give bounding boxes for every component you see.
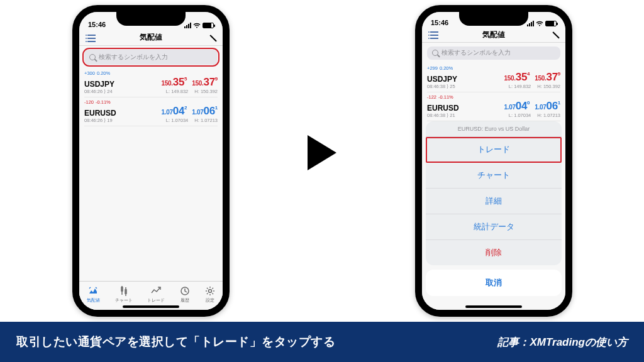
price-change: +299 (427, 65, 438, 71)
low-label: L: 149.832 (166, 89, 188, 94)
phone-right: 15:46 気配値 検索するシンボルを入力 +2990.20%USDJPY08:… (415, 5, 572, 317)
navbar-title: 気配値 (422, 30, 565, 40)
tab-label: 履歴 (180, 297, 189, 304)
tab-history[interactable]: 履歴 (180, 286, 190, 304)
status-time: 15:46 (88, 21, 106, 28)
search-placeholder: 検索するシンボルを入力 (99, 53, 168, 62)
high-label: H: 150.392 (537, 84, 560, 89)
caption-aside: 記事：XMTradingの使い方 (497, 335, 628, 349)
notch (459, 12, 528, 26)
high-label: H: 150.392 (194, 89, 218, 94)
tab-settings[interactable]: 設定 (205, 286, 215, 304)
quote-timestamp: 08:46:38 ⟩ 21 (427, 112, 459, 118)
home-indicator (123, 305, 179, 308)
search-icon (89, 54, 96, 60)
symbol-label: EURUSD (427, 104, 459, 112)
ask-price: 1.07061 (535, 100, 560, 112)
price-change: -122 (427, 94, 436, 100)
caption-text: 取引したい通貨ペアを選択して「トレード」をタップする (16, 334, 335, 350)
wifi-icon (536, 21, 543, 26)
price-change: +300 (84, 70, 95, 76)
ask-price: 1.07061 (192, 105, 218, 118)
symbol-label: EURUSD (84, 109, 116, 118)
tab-label: 設定 (206, 297, 214, 304)
symbol-search-input[interactable]: 検索するシンボルを入力 (427, 47, 560, 60)
quote-list: +2990.20%USDJPY08:46:38 ⟩ 25150.354150.3… (422, 63, 565, 121)
navbar-title: 気配値 (79, 32, 223, 43)
status-time: 15:46 (431, 19, 448, 26)
price-change-pct: -0.11% (96, 99, 111, 105)
low-label: L: 1.07034 (509, 112, 531, 118)
edit-icon[interactable] (208, 33, 216, 42)
symbol-search-input[interactable]: 検索するシンボルを入力 (84, 50, 218, 65)
quote-row-eurusd[interactable]: -120-0.11%EURUSD08:46:26 ⟩ 191.070421.07… (84, 97, 218, 126)
price-change-pct: -0.11% (438, 94, 453, 100)
battery-icon (203, 23, 214, 28)
price-change-pct: 0.20% (440, 65, 453, 71)
sheet-item-chart[interactable]: チャート (426, 163, 562, 189)
price-change-pct: 0.20% (97, 70, 110, 76)
list-view-icon[interactable] (86, 33, 96, 43)
edit-icon[interactable] (550, 30, 559, 39)
ask-price: 150.379 (192, 76, 218, 89)
wifi-icon (193, 23, 201, 28)
sheet-item-trade[interactable]: トレード (426, 137, 562, 163)
quote-list: +3000.20%USDJPY08:46:26 ⟩ 24150.355150.3… (79, 69, 223, 126)
sheet-subtitle: EURUSD: Euro vs US Dollar (426, 121, 562, 137)
tab-label: トレード (147, 297, 165, 304)
price-change: -120 (84, 99, 94, 105)
signal-icon (527, 21, 534, 26)
bid-price: 1.07040 (504, 100, 530, 112)
tab-quotes[interactable]: 気配値 (87, 286, 100, 304)
list-view-icon[interactable] (428, 30, 438, 40)
search-placeholder: 検索するシンボルを入力 (441, 48, 511, 57)
low-label: L: 149.832 (509, 84, 531, 89)
quote-timestamp: 08:46:26 ⟩ 19 (84, 118, 116, 123)
tab-label: チャート (115, 297, 133, 304)
sheet-item-stats[interactable]: 統計データ (426, 214, 562, 240)
tab-label: 気配値 (87, 297, 100, 304)
sheet-item-delete[interactable]: 削除 (426, 240, 562, 265)
navbar: 気配値 (79, 30, 223, 46)
quote-timestamp: 08:46:26 ⟩ 24 (84, 89, 114, 94)
ask-price: 150.379 (535, 71, 560, 84)
search-icon (432, 50, 438, 56)
bid-price: 1.07042 (162, 105, 187, 118)
action-sheet: EURUSD: Euro vs US Dollar トレードチャート詳細統計デー… (422, 121, 565, 310)
high-label: H: 1.07213 (194, 118, 218, 123)
quote-row-eurusd[interactable]: -122-0.11%EURUSD08:46:38 ⟩ 211.070401.07… (427, 92, 560, 121)
signal-icon (184, 23, 191, 28)
step-arrow-icon (308, 135, 336, 170)
low-label: L: 1.07034 (166, 118, 188, 123)
quote-row-usdjpy[interactable]: +3000.20%USDJPY08:46:26 ⟩ 24150.355150.3… (84, 69, 218, 97)
phone-left: 15:46 気配値 検索するシンボルを入力 +3000.20%USDJPY08:… (72, 5, 230, 317)
home-indicator (465, 305, 522, 308)
sheet-item-details[interactable]: 詳細 (426, 189, 562, 214)
svg-point-5 (209, 289, 212, 292)
bid-price: 150.354 (504, 71, 530, 84)
navbar: 気配値 (422, 28, 565, 42)
notch (116, 12, 186, 26)
quote-row-usdjpy[interactable]: +2990.20%USDJPY08:46:38 ⟩ 25150.354150.3… (427, 63, 560, 92)
sheet-cancel-button[interactable]: 取消 (426, 270, 562, 296)
symbol-label: USDJPY (84, 80, 114, 89)
high-label: H: 1.07213 (537, 112, 560, 118)
symbol-label: USDJPY (427, 75, 457, 84)
caption-bar: 取引したい通貨ペアを選択して「トレード」をタップする 記事：XMTradingの… (0, 322, 644, 362)
tab-chart[interactable]: チャート (115, 286, 133, 304)
bid-price: 150.355 (162, 76, 187, 89)
tab-trade[interactable]: トレード (147, 286, 165, 304)
battery-icon (545, 21, 557, 26)
quote-timestamp: 08:46:38 ⟩ 25 (427, 84, 457, 89)
